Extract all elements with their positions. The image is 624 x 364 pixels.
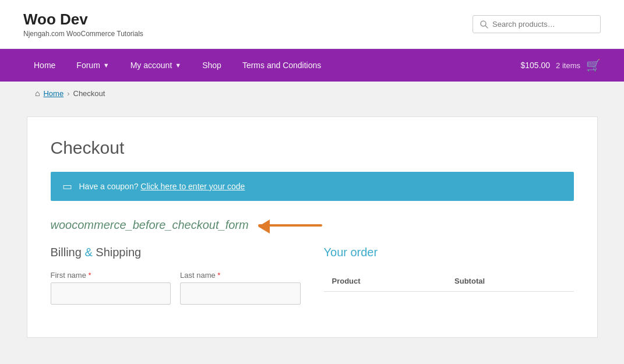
site-tagline: Njengah.com WooCommerce Tutorials — [23, 30, 143, 38]
nav-label-forum: Forum — [76, 61, 100, 70]
coupon-icon: ▭ — [62, 180, 72, 193]
product-col-header: Product — [324, 271, 447, 292]
myaccount-chevron-icon: ▼ — [175, 62, 181, 69]
order-table: Product Subtotal — [324, 271, 574, 292]
hook-label: woocommerce_before_checkout_form — [51, 218, 574, 232]
last-name-label: Last name * — [180, 271, 301, 280]
home-icon: ⌂ — [35, 89, 40, 98]
billing-title-highlight: Shipping — [96, 246, 141, 259]
last-name-field: Last name * — [180, 271, 301, 305]
site-title: Woo Dev — [23, 10, 143, 29]
nav-label-terms: Terms and Conditions — [242, 61, 321, 70]
billing-title: Billing & Shipping — [51, 246, 301, 259]
cart-count: 2 items — [556, 61, 580, 70]
site-branding: Woo Dev Njengah.com WooCommerce Tutorial… — [23, 10, 143, 38]
svg-line-1 — [485, 26, 488, 28]
coupon-text: Have a coupon? Click here to enter your … — [79, 182, 245, 191]
site-header: Woo Dev Njengah.com WooCommerce Tutorial… — [0, 0, 624, 49]
coupon-notice: ▭ Have a coupon? Click here to enter you… — [51, 172, 574, 201]
nav-label-shop: Shop — [202, 61, 221, 70]
nav-item-myaccount[interactable]: My account ▼ — [120, 50, 192, 80]
breadcrumb-separator: › — [67, 89, 69, 98]
forum-chevron-icon: ▼ — [103, 62, 110, 69]
nav-item-shop[interactable]: Shop — [192, 50, 232, 80]
nav-item-home[interactable]: Home — [23, 50, 66, 80]
breadcrumb-home-link[interactable]: Home — [43, 89, 64, 98]
name-form-row: First name * Last name * — [51, 271, 301, 305]
nav-items: Home Forum ▼ My account ▼ Shop Terms and… — [23, 50, 520, 80]
page-title: Checkout — [51, 138, 574, 158]
search-icon — [480, 20, 488, 29]
breadcrumb: ⌂ Home › Checkout — [0, 82, 624, 105]
first-name-input[interactable] — [51, 282, 171, 305]
breadcrumb-current: Checkout — [73, 89, 105, 98]
last-name-input[interactable] — [180, 282, 301, 305]
checkout-layout: Billing & Shipping First name * Last nam… — [51, 246, 574, 314]
required-star: * — [89, 271, 91, 280]
search-input[interactable] — [492, 20, 593, 29]
order-section: Your order Product Subtotal — [324, 246, 574, 314]
coupon-link[interactable]: Click here to enter your code — [140, 182, 245, 191]
subtotal-col-header: Subtotal — [446, 271, 573, 292]
nav-item-terms[interactable]: Terms and Conditions — [232, 50, 332, 80]
order-title: Your order — [324, 246, 574, 259]
cart-icon: 🛒 — [586, 58, 601, 72]
search-box[interactable] — [473, 15, 601, 33]
first-name-field: First name * — [51, 271, 171, 305]
hook-label-text: woocommerce_before_checkout_form — [51, 218, 249, 232]
nav-label-home: Home — [34, 61, 55, 70]
nav-item-forum[interactable]: Forum ▼ — [66, 50, 119, 80]
cart-total: $105.00 — [520, 61, 550, 70]
billing-section: Billing & Shipping First name * Last nam… — [51, 246, 301, 314]
required-star-last: * — [217, 271, 220, 280]
first-name-label: First name * — [51, 271, 171, 280]
nav-cart[interactable]: $105.00 2 items 🛒 — [520, 58, 601, 72]
coupon-static-text: Have a coupon? — [79, 182, 139, 191]
nav-label-myaccount: My account — [131, 61, 172, 70]
nav-bar: Home Forum ▼ My account ▼ Shop Terms and… — [0, 49, 624, 82]
billing-title-plain: Billing — [51, 246, 85, 259]
main-content: Checkout ▭ Have a coupon? Click here to … — [27, 116, 598, 338]
billing-title-amp: & — [84, 246, 96, 259]
